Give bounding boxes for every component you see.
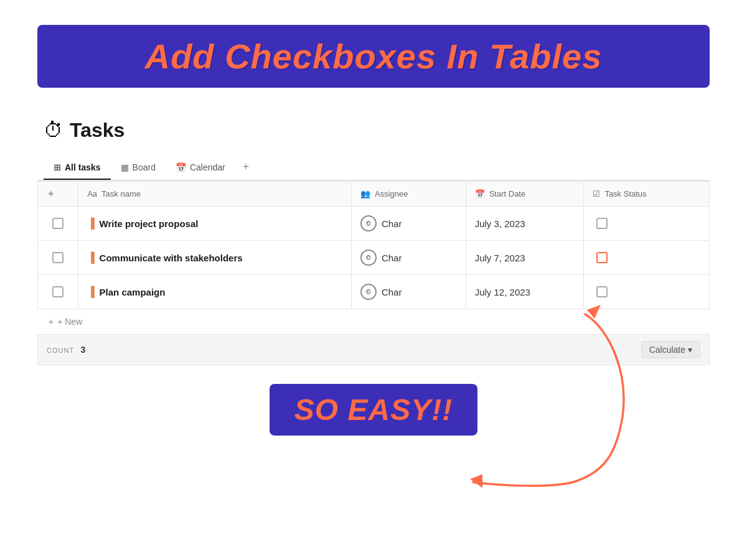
taskstatus-label: Task Status	[604, 189, 646, 198]
task-name-text: Write project proposal	[100, 218, 199, 229]
table-footer: COUNT 3 Calculate ▾	[37, 335, 710, 365]
assignee-avatar: ©	[360, 215, 377, 231]
row-1-status-cell[interactable]	[584, 207, 710, 241]
row-1-assignee-cell: © Char	[351, 207, 466, 241]
task-doc-icon: ▐	[87, 218, 94, 229]
row-3-status-cell[interactable]	[584, 275, 710, 309]
tab-board[interactable]: ▦ Board	[111, 156, 166, 180]
task-name-text: Communicate with stakeholders	[100, 253, 243, 263]
table-row: ▐ Communicate with stakeholders © Char J…	[38, 241, 710, 275]
status-checkbox[interactable]	[596, 286, 608, 297]
task-doc-icon: ▐	[87, 286, 94, 297]
plus-icon: +	[49, 317, 54, 327]
assignee-name-text: Char	[382, 287, 402, 297]
banner-title: Add Checkboxes In Tables	[67, 36, 680, 77]
timer-icon: ⏱	[44, 119, 63, 142]
row-2-startdate-cell: July 7, 2023	[466, 241, 584, 275]
calculate-label: Calculate	[649, 345, 685, 355]
task-name-text: Plan campaign	[100, 287, 166, 297]
row-2-taskname-cell: ▐ Communicate with stakeholders	[78, 241, 352, 275]
row-3-taskname-cell: ▐ Plan campaign	[78, 275, 352, 309]
startdate-icon: 📅	[475, 189, 485, 198]
count-label: COUNT	[47, 347, 74, 354]
assignee-icon: 👥	[360, 189, 370, 198]
table-row: ▐ Write project proposal © Char July 3, …	[38, 207, 710, 241]
tasks-title: Tasks	[70, 119, 125, 142]
row-1-startdate-cell: July 3, 2023	[466, 207, 584, 241]
tab-calendar-label: Calendar	[190, 162, 225, 172]
col-header-assignee: 👥 Assignee	[351, 182, 466, 207]
col-header-taskstatus: ☑ Task Status	[584, 182, 710, 207]
tasks-section: ⏱ Tasks ⊞ All tasks ▦ Board 📅 Calendar +	[37, 119, 710, 365]
assignee-avatar: ©	[360, 284, 377, 300]
start-date-text: July 12, 2023	[466, 278, 584, 306]
assignee-name-text: Char	[382, 253, 402, 263]
tab-all-tasks-label: All tasks	[65, 162, 101, 172]
svg-marker-0	[470, 474, 482, 488]
status-checkbox[interactable]	[596, 252, 608, 263]
board-icon: ▦	[121, 162, 129, 172]
row-2-assignee-cell: © Char	[351, 241, 466, 275]
tab-calendar[interactable]: 📅 Calendar	[166, 156, 235, 180]
tab-board-label: Board	[133, 162, 156, 172]
assignee-name-text: Char	[382, 218, 402, 229]
page-wrapper: Add Checkboxes In Tables ⏱ Tasks ⊞ All t…	[0, 0, 747, 560]
assignee-label: Assignee	[375, 189, 408, 198]
new-label: + New	[57, 317, 82, 327]
tab-all-tasks[interactable]: ⊞ All tasks	[44, 156, 111, 180]
tab-add[interactable]: +	[235, 154, 257, 180]
row-2-checkbox-cell[interactable]	[38, 241, 78, 275]
start-date-text: July 3, 2023	[466, 210, 584, 238]
so-easy-banner: SO EASY!!	[270, 384, 477, 436]
table-row: ▐ Plan campaign © Char July 12, 2023	[38, 275, 710, 309]
row-1-taskname-cell: ▐ Write project proposal	[78, 207, 352, 241]
taskname-label: Task name	[101, 189, 141, 198]
row-3-startdate-cell: July 12, 2023	[466, 275, 584, 309]
so-easy-title: SO EASY!!	[294, 393, 453, 427]
row-checkbox[interactable]	[52, 218, 63, 229]
taskstatus-icon: ☑	[593, 189, 600, 198]
count-section: COUNT 3	[47, 344, 85, 355]
row-3-assignee-cell: © Char	[351, 275, 466, 309]
chevron-down-icon: ▾	[688, 345, 692, 355]
tasks-header: ⏱ Tasks	[37, 119, 710, 142]
new-row-button[interactable]: + + New	[37, 309, 710, 335]
col-header-startdate: 📅 Start Date	[466, 182, 584, 207]
row-3-checkbox-cell[interactable]	[38, 275, 78, 309]
col-header-taskname: Aa Task name	[78, 182, 352, 207]
count-value: 3	[81, 345, 86, 355]
tabs-bar: ⊞ All tasks ▦ Board 📅 Calendar +	[37, 154, 710, 181]
title-banner: Add Checkboxes In Tables	[37, 25, 710, 88]
col-header-checkbox: ✦	[38, 182, 78, 207]
assignee-avatar: ©	[360, 250, 377, 266]
row-1-checkbox-cell[interactable]	[38, 207, 78, 241]
task-doc-icon: ▐	[87, 252, 94, 263]
all-tasks-icon: ⊞	[54, 162, 61, 172]
settings-icon: ✦	[47, 188, 55, 200]
status-checkbox[interactable]	[596, 218, 608, 229]
start-date-text: July 7, 2023	[466, 244, 584, 272]
aa-icon: Aa	[87, 189, 97, 198]
row-checkbox[interactable]	[52, 286, 63, 297]
row-checkbox[interactable]	[52, 252, 63, 263]
task-table: ✦ Aa Task name 👥 Assignee	[37, 181, 710, 309]
row-2-status-cell[interactable]	[584, 241, 710, 275]
startdate-label: Start Date	[489, 189, 526, 198]
calendar-icon: 📅	[176, 162, 186, 172]
calculate-button[interactable]: Calculate ▾	[641, 341, 700, 358]
